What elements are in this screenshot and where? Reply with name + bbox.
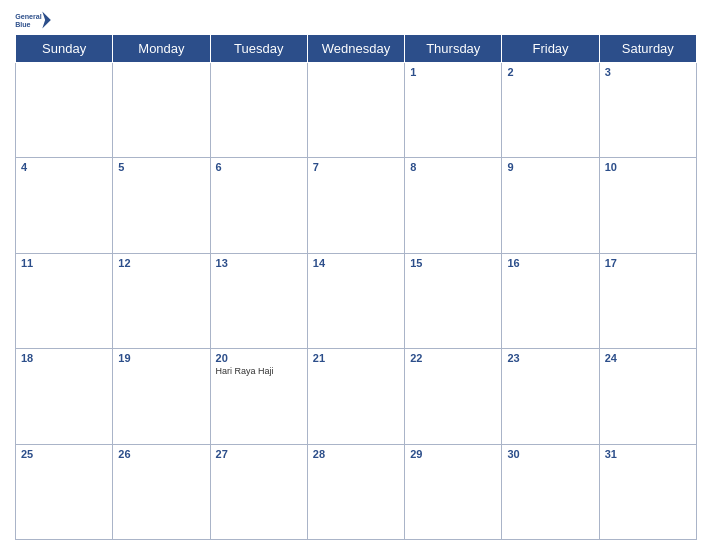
day-number: 28 [313, 448, 399, 460]
day-number: 20 [216, 352, 302, 364]
day-number: 4 [21, 161, 107, 173]
calendar-cell: 17 [599, 253, 696, 348]
calendar-cell: 30 [502, 444, 599, 539]
calendar-cell: 22 [405, 349, 502, 444]
svg-marker-2 [42, 11, 51, 28]
day-number: 30 [507, 448, 593, 460]
week-row-4: 181920Hari Raya Haji21222324 [16, 349, 697, 444]
day-number: 18 [21, 352, 107, 364]
day-number: 15 [410, 257, 496, 269]
calendar-cell: 20Hari Raya Haji [210, 349, 307, 444]
calendar-cell: 11 [16, 253, 113, 348]
calendar-cell: 15 [405, 253, 502, 348]
weekday-tuesday: Tuesday [210, 35, 307, 63]
calendar-cell: 26 [113, 444, 210, 539]
calendar-cell: 29 [405, 444, 502, 539]
calendar-cell: 10 [599, 158, 696, 253]
calendar-cell: 5 [113, 158, 210, 253]
logo: General Blue [15, 10, 51, 30]
week-row-2: 45678910 [16, 158, 697, 253]
calendar-cell: 23 [502, 349, 599, 444]
day-number: 31 [605, 448, 691, 460]
weekday-sunday: Sunday [16, 35, 113, 63]
day-number: 29 [410, 448, 496, 460]
weekday-friday: Friday [502, 35, 599, 63]
calendar-cell: 24 [599, 349, 696, 444]
day-number: 17 [605, 257, 691, 269]
calendar-cell [113, 63, 210, 158]
calendar-cell: 1 [405, 63, 502, 158]
weekday-monday: Monday [113, 35, 210, 63]
logo-icon: General Blue [15, 10, 51, 30]
day-number: 27 [216, 448, 302, 460]
calendar-cell: 9 [502, 158, 599, 253]
day-number: 1 [410, 66, 496, 78]
calendar-cell: 2 [502, 63, 599, 158]
day-number: 10 [605, 161, 691, 173]
weekday-wednesday: Wednesday [307, 35, 404, 63]
svg-text:Blue: Blue [15, 21, 30, 29]
day-number: 7 [313, 161, 399, 173]
day-number: 6 [216, 161, 302, 173]
calendar-cell [210, 63, 307, 158]
day-number: 23 [507, 352, 593, 364]
calendar-cell: 18 [16, 349, 113, 444]
day-number: 16 [507, 257, 593, 269]
day-number: 11 [21, 257, 107, 269]
day-number: 19 [118, 352, 204, 364]
calendar-cell: 3 [599, 63, 696, 158]
calendar-cell [307, 63, 404, 158]
calendar-cell: 16 [502, 253, 599, 348]
day-number: 2 [507, 66, 593, 78]
calendar-cell: 4 [16, 158, 113, 253]
region-label [617, 10, 697, 16]
calendar-cell: 25 [16, 444, 113, 539]
calendar-cell: 12 [113, 253, 210, 348]
calendar-cell: 7 [307, 158, 404, 253]
calendar-cell: 8 [405, 158, 502, 253]
day-number: 25 [21, 448, 107, 460]
week-row-3: 11121314151617 [16, 253, 697, 348]
day-number: 13 [216, 257, 302, 269]
weekday-saturday: Saturday [599, 35, 696, 63]
calendar-cell: 28 [307, 444, 404, 539]
day-number: 9 [507, 161, 593, 173]
day-number: 5 [118, 161, 204, 173]
day-number: 21 [313, 352, 399, 364]
calendar-cell: 14 [307, 253, 404, 348]
calendar-page: General Blue SundayMondayTuesdayWednesda… [0, 0, 712, 550]
calendar-cell: 13 [210, 253, 307, 348]
calendar-cell: 27 [210, 444, 307, 539]
calendar-header: General Blue [15, 10, 697, 30]
calendar-cell [16, 63, 113, 158]
week-row-5: 25262728293031 [16, 444, 697, 539]
day-number: 3 [605, 66, 691, 78]
day-number: 12 [118, 257, 204, 269]
calendar-table: SundayMondayTuesdayWednesdayThursdayFrid… [15, 34, 697, 540]
calendar-cell: 6 [210, 158, 307, 253]
weekday-header-row: SundayMondayTuesdayWednesdayThursdayFrid… [16, 35, 697, 63]
day-number: 26 [118, 448, 204, 460]
weekday-thursday: Thursday [405, 35, 502, 63]
svg-text:General: General [15, 13, 42, 21]
calendar-cell: 21 [307, 349, 404, 444]
day-number: 14 [313, 257, 399, 269]
day-number: 22 [410, 352, 496, 364]
calendar-cell: 19 [113, 349, 210, 444]
day-number: 8 [410, 161, 496, 173]
calendar-cell: 31 [599, 444, 696, 539]
event-label: Hari Raya Haji [216, 366, 302, 376]
day-number: 24 [605, 352, 691, 364]
week-row-1: 123 [16, 63, 697, 158]
